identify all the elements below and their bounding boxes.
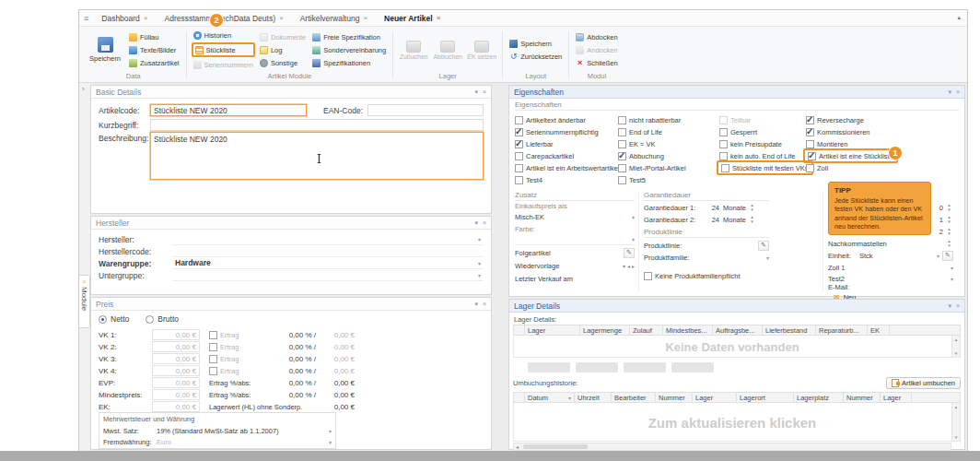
mwst-satz-combo[interactable]: 19% (Standard MwSt-Satz ab 1.1.2007)▾ — [157, 427, 332, 435]
garantiedauer2-input[interactable]: 24 — [705, 216, 719, 224]
stepper[interactable]: ▴▾ — [945, 203, 953, 212]
herstellercode-input[interactable] — [172, 245, 484, 257]
ertrag-checkbox[interactable]: Ertrag — [209, 355, 270, 363]
checkbox-reversecharge[interactable]: Reversecharge — [806, 114, 864, 125]
arrow-right-icon[interactable]: ▸ — [632, 263, 635, 269]
checkbox-stueckliste-feste-vks[interactable]: Stückliste mit festen VKs — [717, 160, 813, 175]
tab-close-icon[interactable]: × — [144, 14, 148, 22]
checkbox-miet-portal-artikel[interactable]: Miet-/Portal-Artikel — [618, 162, 686, 173]
pencil-icon[interactable]: ✎ — [758, 241, 769, 251]
checkbox-gesperrt[interactable]: Gesperrt — [719, 126, 757, 137]
stueckliste-button[interactable]: Stückliste — [192, 42, 255, 57]
ertrag-checkbox[interactable]: Ertrag — [209, 367, 270, 375]
column-header[interactable]: Mindestbes... — [663, 325, 713, 335]
chevron-down-icon[interactable]: ▾ — [632, 214, 635, 220]
checkbox-ek-vk[interactable]: EK = VK — [618, 138, 656, 149]
checkbox-kommissionieren[interactable]: Kommissionieren — [806, 126, 870, 137]
column-header[interactable]: Zulauf — [630, 325, 663, 335]
checkbox-artikeltext-aenderbar[interactable]: Artikeltext änderbar — [515, 114, 586, 125]
pencil-icon[interactable]: ✎ — [942, 251, 953, 261]
vk3-input[interactable]: 0,00 € — [152, 353, 200, 364]
column-header[interactable]: Lieferbestand — [763, 325, 816, 335]
evp-input[interactable]: 0,00 € — [152, 377, 200, 388]
pin-icon[interactable]: ▾ — [474, 301, 478, 308]
stepper-value[interactable]: 0 — [939, 204, 943, 212]
chevron-down-icon[interactable]: ▾ — [329, 439, 332, 445]
vertical-scrollbar[interactable]: ▴▾ — [951, 403, 960, 441]
checkbox-artikel-ist-stueckliste[interactable]: Artikel ist eine Stückliste — [803, 148, 898, 163]
tab-artikelverwaltung[interactable]: Artikelverwaltung × — [292, 10, 376, 26]
disabled-button[interactable] — [576, 362, 618, 372]
module-tab[interactable]: » Module — [79, 275, 90, 328]
netto-radio[interactable]: Netto — [99, 314, 129, 324]
close-icon[interactable]: × — [956, 89, 960, 96]
beschreibung-textarea[interactable]: Stückliste NEW 2020 I — [150, 132, 484, 180]
column-header[interactable]: Lager — [693, 393, 737, 402]
vk4-input[interactable]: 0,00 € — [152, 365, 200, 376]
vk1-input[interactable]: 0,00 € — [152, 329, 200, 340]
speichern-button[interactable]: Speichern — [86, 37, 124, 63]
filter-down-icon[interactable]: ▾ — [568, 395, 571, 401]
chevron-down-icon[interactable]: ▾ — [329, 428, 332, 434]
pin-icon[interactable]: ▾ — [948, 89, 951, 96]
column-header[interactable]: EK — [868, 325, 890, 335]
collapse-ribbon-icon[interactable]: ▴ — [957, 14, 961, 21]
checkbox-lieferbar[interactable]: Lieferbar — [515, 138, 554, 149]
checkbox-end-of-life[interactable]: End of Life — [618, 126, 662, 137]
column-header-datum[interactable]: Datum▾ — [525, 393, 575, 402]
checkbox-kein-preisupdate[interactable]: kein Preisupdate — [719, 138, 782, 149]
checkbox-carepackartikel[interactable]: Carepackartikel — [515, 150, 574, 161]
tab-close-icon[interactable]: × — [279, 14, 284, 22]
layout-speichern-button[interactable]: Speichern — [508, 38, 564, 49]
column-header[interactable]: Uhrzeit — [575, 393, 612, 402]
artikel-umbuchen-button[interactable]: Artikel umbuchen — [886, 377, 961, 389]
column-header[interactable]: Auftragsbe... — [713, 325, 763, 335]
stepper-value[interactable]: 2 — [939, 228, 943, 236]
abdocken-button[interactable]: Abdocken — [574, 31, 619, 42]
sondervereinbarung-button[interactable]: Sondervereinbarung — [310, 44, 388, 55]
warengruppe-combo[interactable]: Hardware▾ — [172, 257, 484, 269]
chevron-down-icon[interactable]: ▾ — [478, 272, 481, 278]
chevron-down-icon[interactable]: ▾ — [951, 276, 953, 282]
untergruppe-combo[interactable]: ▾ — [172, 269, 484, 281]
scrollbar-thumb[interactable] — [523, 444, 588, 449]
checkbox-test4[interactable]: Test4 — [515, 174, 542, 185]
pin-icon[interactable]: ▾ — [474, 89, 478, 96]
produktfamilie-combo[interactable]: Produktfamilie:▾ — [644, 252, 769, 263]
checkbox-arbeitswertartikel[interactable]: Artikel ist ein Arbeitswertartikel — [515, 162, 620, 173]
pin-icon[interactable]: ▾ — [474, 219, 478, 227]
checkbox-test5[interactable]: Test5 — [618, 174, 646, 185]
garantiedauer1-input[interactable]: 24 — [705, 204, 719, 212]
stepper-value[interactable]: 1 — [939, 216, 943, 224]
checkbox-keine-produktfamilienpflicht[interactable]: Keine Produktfamilienpflicht — [644, 270, 741, 281]
tab-close-icon[interactable]: × — [437, 14, 441, 22]
horizontal-scrollbar[interactable]: ◂ — [513, 443, 951, 451]
checkbox-zoll[interactable]: Zoll — [806, 162, 828, 173]
column-header[interactable]: Lager — [881, 393, 912, 402]
checkbox-nicht-rabattierbar[interactable]: nicht rabattierbar — [618, 114, 681, 125]
scroll-left-icon[interactable]: ◂ — [514, 443, 520, 450]
schliessen-button[interactable]: ×Schließen — [574, 57, 619, 68]
chevron-down-icon[interactable]: ▾ — [632, 236, 635, 242]
disabled-button[interactable] — [671, 362, 714, 372]
close-icon[interactable]: × — [956, 302, 960, 310]
arrow-left-icon[interactable]: ◂ — [627, 263, 630, 269]
texte-bilder-button[interactable]: Texte/Bilder — [127, 44, 181, 55]
artikelcode-input[interactable]: Stückliste NEW 2020 — [150, 104, 307, 116]
historien-button[interactable]: Historien — [192, 30, 255, 41]
column-header[interactable]: Lagerort — [737, 393, 794, 402]
freie-spezifikation-button[interactable]: Freie Spezifikation — [310, 31, 388, 42]
pin-icon[interactable]: ▾ — [948, 302, 951, 310]
chevron-down-icon[interactable]: ▾ — [478, 260, 481, 266]
ertrag-checkbox[interactable]: Ertrag — [209, 331, 270, 339]
column-header[interactable]: Nummer — [656, 393, 693, 402]
tab-close-icon[interactable]: × — [363, 14, 368, 22]
pencil-icon[interactable]: ✎ — [624, 248, 635, 258]
ertrag-checkbox[interactable]: Ertrag — [209, 343, 270, 351]
einheit-combo[interactable]: Einheit:Stck▾✎ — [828, 250, 953, 261]
column-header[interactable]: Lager — [525, 325, 580, 335]
collapse-panel-icon[interactable]: › — [82, 85, 85, 93]
column-header[interactable]: Bearbeiter — [612, 393, 656, 402]
zusatzartikel-button[interactable]: Zusatzartikel — [127, 57, 181, 68]
menu-icon[interactable]: ≡ — [84, 14, 88, 23]
